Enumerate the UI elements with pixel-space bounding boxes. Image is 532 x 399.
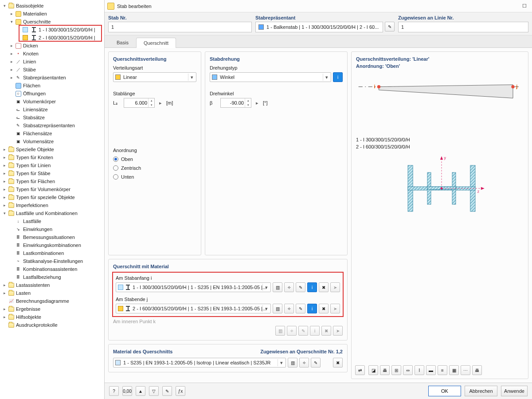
repr-input[interactable]: 1 - Balkenstab | 1 - I 300/300/15/20/0/0… bbox=[255, 22, 383, 32]
tree-lastfaelle[interactable]: ↓Lastfälle bbox=[1, 217, 104, 225]
apply-button[interactable]: Anwende bbox=[501, 386, 528, 396]
tree-volumensaetze[interactable]: ▣Volumensätze bbox=[1, 137, 104, 145]
tree-stabrepraesentanten[interactable]: ▸✎Stabrepräsentanten bbox=[1, 74, 104, 82]
tree-typen-spezielle[interactable]: ▸Typen für spezielle Objekte bbox=[1, 193, 104, 201]
stab-nr-input[interactable]: 1 bbox=[108, 22, 252, 32]
tree-oeffnungen[interactable]: ○Öffnungen bbox=[1, 90, 104, 98]
tree-typen-flaechen[interactable]: ▸Typen für Flächen bbox=[1, 177, 104, 185]
tree-staebe[interactable]: ▸／Stäbe bbox=[1, 66, 104, 74]
edit-section-button[interactable]: ✎ bbox=[296, 304, 305, 313]
tree-bemessungssit[interactable]: ≣Bemessungssituationen bbox=[1, 233, 104, 241]
tree-stabsaetze[interactable]: ᓚStabsätze bbox=[1, 113, 104, 121]
svg-point-20 bbox=[441, 188, 443, 190]
edit-repr-button[interactable]: ✎ bbox=[385, 22, 395, 31]
view-print-button[interactable]: 🖶 bbox=[380, 365, 390, 375]
tree-linien[interactable]: ▸／Linien bbox=[1, 58, 104, 66]
tree-einwirkungskomb[interactable]: ≣Einwirkungskombinationen bbox=[1, 241, 104, 249]
delete-button[interactable]: ✖ bbox=[319, 304, 329, 313]
tree-liniensaetze[interactable]: ᓚLiniensätze bbox=[1, 106, 104, 113]
tree-stabsatzrepr[interactable]: ✎Stabsatzrepräsentanten bbox=[1, 121, 104, 129]
tree-dicken[interactable]: ▸Dicken bbox=[1, 42, 104, 50]
library-button[interactable]: ▥ bbox=[273, 282, 282, 292]
tree-lastfaelle-komb[interactable]: ▾Lastfälle und Kombinationen bbox=[1, 209, 104, 217]
tree-spezielle-objekte[interactable]: ▸Spezielle Objekte bbox=[1, 145, 104, 153]
assign-input[interactable]: 1 bbox=[398, 22, 528, 32]
show-values-button[interactable]: ⇄ bbox=[355, 365, 365, 375]
edit-section-button[interactable]: ✎ bbox=[296, 282, 305, 292]
tree-flaechensaetze[interactable]: ▣Flächensätze bbox=[1, 129, 104, 137]
tree-volumenkoerper[interactable]: ▣Volumenkörper bbox=[1, 98, 104, 106]
view-wire-button[interactable]: ≡ bbox=[438, 365, 447, 375]
length-label: Stablänge bbox=[113, 91, 196, 96]
tree-statikanalyse[interactable]: ~Statikanalyse-Einstellungen bbox=[1, 257, 104, 265]
library-button[interactable]: ▥ bbox=[273, 304, 282, 313]
tree-xs-1[interactable]: 1 - I 300/300/15/20/0/0/H | bbox=[1, 26, 104, 34]
radio-oben[interactable]: Oben bbox=[113, 155, 196, 164]
tree-ergebnisse[interactable]: ▸Ergebnisse bbox=[1, 305, 104, 313]
qmat-j-combo[interactable]: 2 - I 600/300/15/20/0/0/H | 1 - S235 | E… bbox=[116, 304, 271, 313]
library-button[interactable]: ▥ bbox=[288, 358, 297, 368]
new-material-button[interactable]: ✧ bbox=[299, 358, 309, 368]
rot-type-combo[interactable]: Winkel ▾ bbox=[210, 72, 331, 82]
info-button[interactable]: i bbox=[333, 72, 343, 82]
script-button[interactable]: ƒx bbox=[176, 386, 185, 396]
material-combo[interactable]: 1 - S235 | EN 1993-1-1:2005-05 | Isotrop… bbox=[113, 358, 286, 368]
delete-button[interactable]: ✖ bbox=[319, 282, 329, 292]
tree-typen-knoten[interactable]: ▸Typen für Knoten bbox=[1, 153, 104, 161]
view-dim-button[interactable]: ⇔ bbox=[403, 365, 413, 375]
tree-lastfallbez[interactable]: ≣Lastfallbeziehung bbox=[1, 273, 104, 281]
member-length-button[interactable]: ▲ bbox=[136, 386, 145, 396]
view-solid-button[interactable]: ▬ bbox=[426, 365, 436, 375]
tree-imperfektionen[interactable]: ▸Imperfektionen bbox=[1, 201, 104, 209]
view-print2-button[interactable]: 🖶 bbox=[472, 365, 482, 375]
tab-querschnitt[interactable]: Querschnitt bbox=[136, 38, 176, 48]
angle-spinner[interactable]: -90.00 ▴▾ bbox=[220, 98, 251, 108]
radio-unten[interactable]: Unten bbox=[113, 172, 196, 181]
radio-zentrisch[interactable]: Zentrisch bbox=[113, 164, 196, 172]
new-section-button[interactable]: ✧ bbox=[284, 282, 294, 292]
tree-typen-volumen[interactable]: ▸Typen für Volumenkörper bbox=[1, 185, 104, 193]
step-arrow-icon[interactable]: ▸ bbox=[157, 98, 164, 108]
tree-berechnungsdiag[interactable]: 📈Berechnungsdiagramme bbox=[1, 297, 104, 305]
view-iso-button[interactable]: ◪ bbox=[368, 365, 378, 375]
info-button[interactable]: i bbox=[307, 282, 317, 292]
maximize-icon[interactable]: ☐ bbox=[520, 2, 529, 11]
tree-knoten[interactable]: ▸•Knoten bbox=[1, 50, 104, 58]
tab-basis[interactable]: Basis bbox=[109, 37, 136, 47]
tree-lasten[interactable]: ▸Lasten bbox=[1, 289, 104, 297]
tree-hilfsobjekte[interactable]: ▸Hilfsobjekte bbox=[1, 313, 104, 321]
tree-ausdruckprot[interactable]: Ausdruckprotokolle bbox=[1, 321, 104, 329]
view-axes-button[interactable]: ⊞ bbox=[391, 365, 401, 375]
qmat-i-combo[interactable]: 1 - I 300/300/15/20/0/0/H | 1 - S235 | E… bbox=[116, 282, 271, 292]
ok-button[interactable]: OK bbox=[428, 386, 461, 396]
tree-typen-staebe[interactable]: ▸Typen für Stäbe bbox=[1, 169, 104, 177]
view-isec-button[interactable]: I bbox=[415, 365, 424, 375]
edit-material-button[interactable]: ✎ bbox=[311, 358, 321, 368]
tree-typen-linien[interactable]: ▸Typen für Linien bbox=[1, 161, 104, 169]
new-section-button[interactable]: ✧ bbox=[284, 304, 294, 313]
help-button[interactable]: ? bbox=[109, 386, 119, 396]
delete-button[interactable]: ✖ bbox=[333, 358, 343, 368]
tree-einwirkungen[interactable]: ↘Einwirkungen bbox=[1, 225, 104, 233]
dist-type-combo[interactable]: Linear ▾ bbox=[113, 72, 196, 82]
units-button[interactable]: 0,00 bbox=[122, 386, 132, 396]
support-button[interactable]: ▽ bbox=[149, 386, 159, 396]
cancel-button[interactable]: Abbrechen bbox=[465, 386, 497, 396]
color-swatch-icon bbox=[258, 24, 264, 30]
tree-lastassist[interactable]: ▸Lastassistenten bbox=[1, 281, 104, 289]
tree-materialien[interactable]: ▸ Materialien bbox=[1, 10, 104, 18]
navigator-tree[interactable]: ▾ Basisobjekte ▸ Materialien ▾ Querschni… bbox=[0, 0, 105, 399]
edit-section-button: ✎ bbox=[298, 326, 308, 336]
tree-flaechen[interactable]: Flächen bbox=[1, 82, 104, 90]
info-button[interactable]: i bbox=[307, 304, 317, 313]
length-spinner[interactable]: 6.000 ▴▾ bbox=[124, 98, 155, 108]
step-arrow-icon[interactable]: ▸ bbox=[254, 98, 260, 108]
tree-querschnitte[interactable]: ▾ Querschnitte bbox=[1, 18, 104, 26]
tree-basisobjekte[interactable]: ▾ Basisobjekte bbox=[1, 2, 104, 10]
view-more-button[interactable]: ⋯ bbox=[461, 365, 470, 375]
view-grid-button[interactable]: ▦ bbox=[449, 365, 459, 375]
tree-xs-2[interactable]: 2 - I 600/300/15/20/0/0/H | bbox=[1, 34, 104, 42]
copy-button[interactable]: ✎ bbox=[162, 386, 172, 396]
tree-lastkomb[interactable]: ≣Lastkombinationen bbox=[1, 249, 104, 257]
tree-kombassist[interactable]: ≣Kombinationsassistenten bbox=[1, 265, 104, 273]
